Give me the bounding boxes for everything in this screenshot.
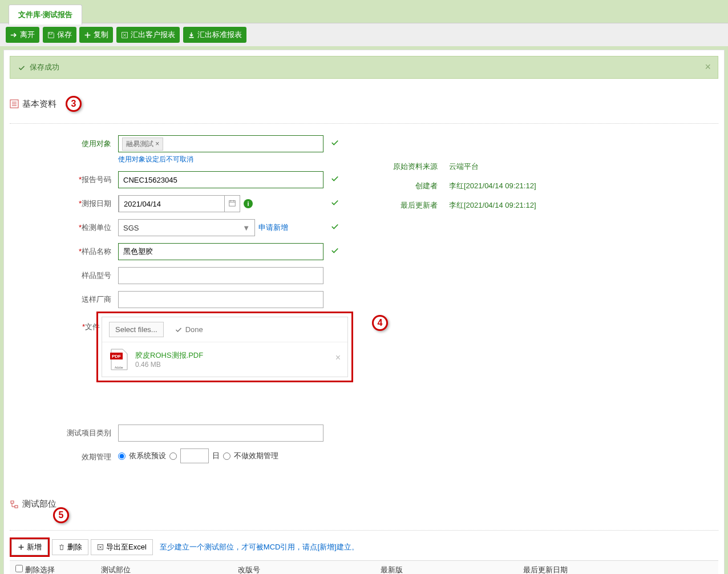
arrow-right-icon [10, 31, 18, 39]
target-input[interactable]: 融易測試 × [118, 135, 323, 152]
source-label: 原始资料来源 [363, 161, 449, 172]
vendor-input[interactable] [118, 291, 323, 308]
label-sample-name: *样品名称 [10, 243, 118, 257]
apply-new-link[interactable]: 申请新增 [258, 223, 288, 233]
toolbar-hint: 至少建立一个测试部位，才可被MCD引用，请点[新增]建立。 [160, 542, 359, 552]
test-section-title: 测试部位 [22, 499, 56, 510]
svg-text:PDF: PDF [112, 354, 121, 359]
delete-button[interactable]: 删除 [52, 539, 88, 555]
export-standard-button[interactable]: 汇出标准报表 [183, 27, 246, 43]
target-hint: 使用对象设定后不可取消 [118, 155, 323, 164]
uploaded-file-item: PDFAdobe 胶皮ROHS测报.PDF 0.46 MB × [102, 342, 347, 377]
creator-label: 创建者 [363, 181, 449, 191]
upload-done: Done [175, 325, 203, 334]
label-unit: *检测单位 [10, 219, 118, 233]
label-file: *文件 [10, 315, 107, 332]
copy-button[interactable]: 复制 [79, 27, 113, 43]
save-button[interactable]: 保存 [43, 27, 76, 43]
save-icon [47, 31, 55, 39]
sample-model-input[interactable] [118, 267, 323, 284]
basic-section-title: 基本资料 [22, 99, 56, 110]
list-icon [10, 99, 19, 108]
unit-select[interactable]: SGS▼ [118, 219, 255, 236]
annotation-5: 5 [53, 507, 69, 523]
select-files-button[interactable]: Select files... [109, 322, 164, 337]
expiry-none-radio[interactable] [223, 452, 230, 460]
excel-icon [121, 31, 128, 39]
report-no-input[interactable] [118, 171, 323, 188]
remove-file-button[interactable]: × [335, 353, 341, 363]
label-test-date: *测报日期 [10, 195, 118, 209]
check-icon [331, 223, 339, 231]
label-report-no: *报告号码 [10, 171, 118, 185]
label-target: 使用对象 [10, 135, 118, 149]
updater-value: 李红[2021/04/14 09:21:12] [449, 200, 536, 211]
trash-icon [58, 544, 65, 551]
check-icon [331, 175, 339, 183]
main-toolbar: 离开 保存 复制 汇出客户报表 汇出标准报表 [0, 23, 728, 46]
download-icon [188, 31, 195, 39]
label-test-cat: 测试项目类别 [10, 425, 118, 438]
check-icon [331, 139, 339, 147]
svg-rect-6 [11, 501, 14, 503]
tree-icon [10, 500, 19, 509]
file-size: 0.46 MB [135, 361, 203, 369]
select-all-checkbox[interactable] [15, 565, 23, 572]
annotation-4: 4 [372, 315, 388, 331]
excel-icon [97, 544, 104, 551]
test-cat-input[interactable] [118, 425, 323, 442]
svg-text:Adobe: Adobe [115, 366, 123, 369]
label-vendor: 送样厂商 [10, 291, 118, 305]
check-icon [331, 199, 339, 207]
export-excel-button[interactable]: 导出至Excel [91, 539, 153, 555]
calendar-icon[interactable] [225, 199, 240, 209]
annotation-3: 3 [66, 96, 82, 112]
updater-label: 最后更新者 [363, 200, 449, 211]
check-icon [331, 246, 339, 254]
pdf-icon: PDFAdobe [109, 348, 130, 371]
svg-rect-2 [229, 200, 236, 206]
leave-button[interactable]: 离开 [6, 27, 39, 43]
grid-header: 删除选择 测试部位 改版号 最新版 最后更新日期 [10, 561, 718, 574]
sample-name-input[interactable] [118, 243, 323, 260]
add-button[interactable]: 新增 [11, 539, 48, 555]
alert-text: 保存成功 [30, 63, 59, 71]
tab-file-report[interactable]: 文件库-测试报告 [9, 5, 82, 25]
label-sample-model: 样品型号 [10, 267, 118, 281]
expiry-days-radio[interactable] [169, 452, 177, 460]
check-icon [18, 64, 25, 71]
svg-rect-7 [15, 506, 18, 508]
alert-close-button[interactable]: × [705, 61, 711, 73]
source-value: 云端平台 [449, 161, 479, 172]
expiry-days-input[interactable] [180, 448, 209, 463]
label-expiry: 效期管理 [10, 448, 118, 462]
plus-icon [84, 31, 91, 39]
success-alert: 保存成功 × [10, 56, 718, 79]
expiry-sys-radio[interactable] [118, 452, 126, 460]
creator-value: 李红[2021/04/14 09:21:12] [449, 181, 536, 191]
info-icon[interactable]: i [244, 199, 253, 208]
plus-icon [18, 544, 25, 551]
export-customer-button[interactable]: 汇出客户报表 [116, 27, 180, 43]
file-name[interactable]: 胶皮ROHS测报.PDF [135, 350, 203, 361]
test-date-input[interactable] [118, 195, 240, 212]
